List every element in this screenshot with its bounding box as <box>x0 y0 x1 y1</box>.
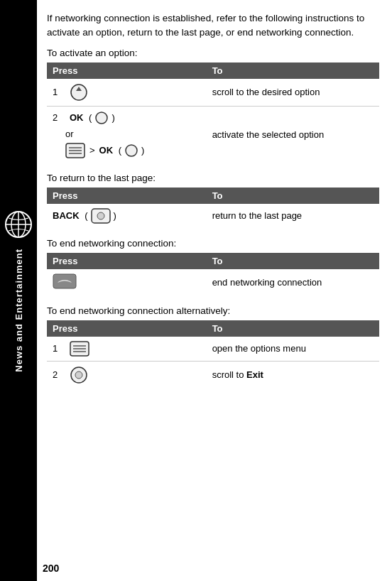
press-cell: 2 <box>47 361 207 389</box>
table-row: end networking connection <box>47 269 379 295</box>
page-number: 200 <box>43 563 59 574</box>
ok-label-2: OK <box>99 145 114 156</box>
row-number: 2 <box>53 112 67 123</box>
sidebar: News and Entertainment <box>0 0 37 581</box>
back-button-icon <box>91 208 111 224</box>
close-paren2: ) <box>141 145 144 156</box>
action-cell: end networking connection <box>207 269 379 295</box>
section-return-intro: To return to the last page: <box>47 173 379 183</box>
table-row: 1 scroll to the desired option <box>47 79 379 107</box>
press-cell: 1 <box>47 337 207 362</box>
menu-options-icon <box>70 341 89 357</box>
svg-rect-14 <box>53 274 76 288</box>
section-activate-intro: To activate an option: <box>47 48 379 58</box>
row-number: 2 <box>53 369 67 380</box>
table-row: 1 open the options menu <box>47 337 379 362</box>
header-to-3: To <box>207 253 379 269</box>
header-press-3: Press <box>47 253 207 269</box>
globe-icon <box>3 209 34 240</box>
press-cell: BACK ( ) <box>47 204 207 228</box>
open-paren3: ( <box>82 210 88 221</box>
nav-circle-icon <box>70 366 88 384</box>
row-number: 1 <box>53 87 67 97</box>
action-cell: return to the last page <box>207 204 379 228</box>
table-row: BACK ( ) return to the last page <box>47 204 379 228</box>
open-paren: ( <box>87 112 92 123</box>
svg-point-13 <box>97 212 104 219</box>
table-row: 2 scroll to Exit <box>47 361 379 389</box>
end-call-icon <box>53 273 77 289</box>
action-cell: scroll to Exit <box>207 361 379 389</box>
table-return: Press To BACK ( <box>47 188 379 228</box>
action-cell: open the options menu <box>207 337 379 362</box>
open-paren2: ( <box>116 145 121 156</box>
section-end-intro: To end networking connection: <box>47 238 379 249</box>
table-end: Press To end networking connection <box>47 253 379 295</box>
header-to-2: To <box>207 188 379 204</box>
row-number: 1 <box>53 343 67 354</box>
svg-point-11 <box>126 145 137 156</box>
header-to-4: To <box>207 320 379 337</box>
menu-icon <box>65 143 85 158</box>
table-activate: Press To 1 <box>47 63 379 163</box>
ok-circle-icon-2 <box>124 143 138 158</box>
header-press-2: Press <box>47 188 207 204</box>
header-to-1: To <box>207 63 379 79</box>
ok-label: OK <box>70 112 84 123</box>
header-press-4: Press <box>47 320 207 337</box>
intro-paragraph: If networking connection is established,… <box>47 11 379 40</box>
page-wrapper: News and Entertainment If networking con… <box>0 0 392 581</box>
ok-circle-icon <box>94 111 109 125</box>
exit-bold-label: Exit <box>246 369 263 380</box>
press-cell: 1 <box>47 79 207 107</box>
arrow-label: > <box>89 145 95 156</box>
action-cell: scroll to the desired option <box>207 79 379 107</box>
table-row: 2 OK ( ) or <box>47 106 379 163</box>
table-end-alt: Press To 1 <box>47 320 379 389</box>
sidebar-label: News and Entertainment <box>13 249 24 372</box>
press-cell-multi: 2 OK ( ) or <box>47 106 207 163</box>
nav-up-icon <box>70 83 88 102</box>
or-label: or <box>65 129 201 139</box>
svg-point-6 <box>96 112 107 124</box>
close-paren3: ) <box>114 210 116 221</box>
back-label: BACK <box>53 210 80 221</box>
header-press-1: Press <box>47 63 207 79</box>
close-paren: ) <box>111 112 114 123</box>
action-cell: activate the selected option <box>207 106 379 163</box>
press-cell <box>47 269 207 295</box>
svg-point-20 <box>75 371 82 379</box>
section-end-alt-intro: To end networking connection alternative… <box>47 305 379 316</box>
main-content: If networking connection is established,… <box>37 0 392 581</box>
